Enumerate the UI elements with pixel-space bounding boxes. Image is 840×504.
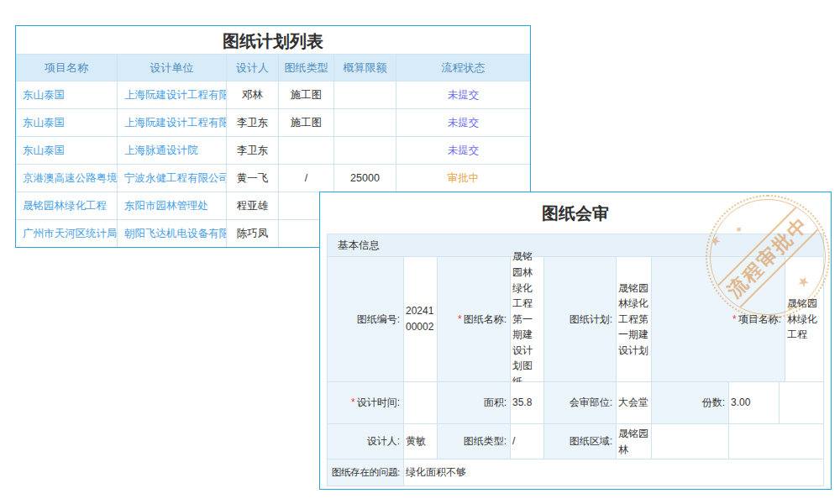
table-row: 京港澳高速公路粤境... 宁波永健工程有限公司 黄一飞 / 25000 审批中 bbox=[16, 164, 530, 192]
field-label-project-name: * 项目名称: bbox=[651, 257, 785, 381]
field-label-text: 会审部位: bbox=[570, 395, 612, 411]
project-name-link[interactable]: 东山泰国 bbox=[16, 81, 117, 108]
field-label-text: 设计人: bbox=[367, 433, 400, 449]
field-value-project-name: 晟铭园林绿化工程 bbox=[785, 257, 823, 381]
design-unit-link[interactable]: 东阳市园林管理处 bbox=[117, 192, 226, 219]
table-row: 东山泰国 上海脉通设计院 李卫东 未提交 bbox=[16, 136, 530, 164]
field-value-design-time bbox=[403, 382, 437, 423]
form-row: * 设计时间: 面积: 35.8 会审部位: 大会堂 份数: 3.00 bbox=[328, 382, 823, 424]
status-link[interactable]: 审批中 bbox=[396, 165, 530, 192]
field-value-drawing-number: 2024100002 bbox=[403, 257, 437, 381]
field-label-text: 项目名称: bbox=[738, 312, 781, 328]
basic-info-section-header: 基本信息 bbox=[327, 234, 824, 257]
project-name-link[interactable]: 广州市天河区统计局... bbox=[16, 220, 117, 247]
plan-table-header: 项目名称 设计单位 设计人 图纸类型 概算限额 流程状态 bbox=[16, 54, 530, 81]
field-value-drawing-problems: 绿化面积不够 bbox=[403, 459, 823, 486]
table-row: 东山泰国 上海阮建设计工程有限... 李卫东 施工图 未提交 bbox=[16, 108, 530, 136]
design-unit-link[interactable]: 上海阮建设计工程有限... bbox=[117, 109, 226, 136]
empty-cell bbox=[779, 382, 823, 423]
budget-cell: 25000 bbox=[333, 165, 396, 192]
field-label-drawing-plan: 图纸计划: bbox=[543, 257, 616, 381]
empty-cell bbox=[651, 424, 728, 459]
column-header-design-unit: 设计单位 bbox=[117, 55, 226, 81]
field-value-drawing-type: / bbox=[510, 424, 543, 459]
budget-cell bbox=[333, 137, 396, 164]
field-label-text: 图纸类型: bbox=[464, 433, 507, 449]
budget-cell bbox=[333, 109, 396, 136]
status-link[interactable]: 未提交 bbox=[396, 81, 530, 108]
field-label-copies: 份数: bbox=[651, 382, 728, 423]
project-name-link[interactable]: 京港澳高速公路粤境... bbox=[16, 165, 117, 192]
form-row: 设计人: 黄敏 图纸类型: / 图纸区域: 晟铭园林 bbox=[328, 424, 823, 459]
field-label-review-location: 会审部位: bbox=[543, 382, 616, 423]
column-header-budget-limit: 概算限额 bbox=[333, 55, 396, 81]
field-value-drawing-name: 晟铭园林绿化工程第一期建设计划图纸 bbox=[510, 257, 543, 381]
field-label-drawing-type: 图纸类型: bbox=[437, 424, 510, 459]
form-row: 图纸编号: 2024100002 * 图纸名称: 晟铭园林绿化工程第一期建设计划… bbox=[328, 257, 823, 382]
design-unit-link[interactable]: 朝阳飞达机电设备有限... bbox=[117, 220, 226, 247]
field-label-text: 图纸区域: bbox=[570, 433, 612, 449]
budget-cell bbox=[333, 81, 396, 108]
form-row: 图纸存在的问题: 绿化面积不够 bbox=[328, 459, 823, 486]
field-label-drawing-problems: 图纸存在的问题: bbox=[328, 459, 403, 486]
field-value-drawing-region: 晟铭园林 bbox=[616, 424, 651, 459]
required-asterisk: * bbox=[732, 312, 737, 328]
drawing-type-cell: 施工图 bbox=[278, 109, 333, 136]
project-name-link[interactable]: 东山泰国 bbox=[16, 137, 117, 164]
designer-cell: 李卫东 bbox=[226, 109, 278, 136]
review-form-table: 图纸编号: 2024100002 * 图纸名称: 晟铭园林绿化工程第一期建设计划… bbox=[327, 257, 824, 486]
status-link[interactable]: 未提交 bbox=[396, 137, 530, 164]
field-label-design-time: * 设计时间: bbox=[328, 382, 403, 423]
field-value-review-location: 大会堂 bbox=[616, 382, 651, 423]
field-label-text: 图纸存在的问题: bbox=[332, 465, 400, 480]
plan-list-title: 图纸计划列表 bbox=[16, 26, 530, 54]
drawing-type-cell bbox=[278, 137, 333, 164]
field-value-copies: 3.00 bbox=[728, 382, 779, 423]
field-label-drawing-name: * 图纸名称: bbox=[437, 257, 510, 381]
project-name-link[interactable]: 东山泰国 bbox=[16, 109, 117, 136]
designer-cell: 邓林 bbox=[226, 81, 278, 108]
field-value-designer: 黄敏 bbox=[403, 424, 437, 459]
field-label-designer: 设计人: bbox=[328, 424, 403, 459]
column-header-project-name: 项目名称 bbox=[16, 55, 117, 81]
field-label-text: 设计时间: bbox=[357, 395, 400, 411]
status-link[interactable]: 未提交 bbox=[396, 109, 530, 136]
drawing-type-cell: / bbox=[278, 165, 333, 192]
designer-cell: 黄一飞 bbox=[226, 165, 278, 192]
field-label-text: 图纸计划: bbox=[570, 312, 612, 328]
field-label-text: 图纸名称: bbox=[464, 312, 507, 328]
designer-cell: 陈巧凤 bbox=[226, 220, 278, 247]
design-unit-link[interactable]: 上海阮建设计工程有限... bbox=[117, 81, 226, 108]
field-label-drawing-region: 图纸区域: bbox=[543, 424, 616, 459]
column-header-drawing-type: 图纸类型 bbox=[278, 55, 333, 81]
field-value-area: 35.8 bbox=[510, 382, 543, 423]
required-asterisk: * bbox=[458, 312, 462, 328]
field-label-drawing-number: 图纸编号: bbox=[328, 257, 403, 381]
field-label-text: 份数: bbox=[702, 395, 725, 411]
column-header-designer: 设计人 bbox=[226, 55, 278, 81]
design-unit-link[interactable]: 上海脉通设计院 bbox=[117, 137, 226, 164]
designer-cell: 李卫东 bbox=[226, 137, 278, 164]
required-asterisk: * bbox=[351, 395, 355, 411]
empty-cell bbox=[728, 424, 823, 459]
review-form-title: 图纸会审 bbox=[320, 201, 831, 226]
designer-cell: 程亚雄 bbox=[226, 192, 278, 219]
table-row: 东山泰国 上海阮建设计工程有限... 邓林 施工图 未提交 bbox=[16, 81, 530, 108]
drawing-type-cell: 施工图 bbox=[278, 81, 333, 108]
project-name-link[interactable]: 晟铭园林绿化工程 bbox=[16, 192, 117, 219]
column-header-flow-status: 流程状态 bbox=[396, 55, 530, 81]
design-unit-link[interactable]: 宁波永健工程有限公司 bbox=[117, 165, 226, 192]
field-label-text: 图纸编号: bbox=[357, 312, 400, 328]
field-value-drawing-plan: 晟铭园林绿化工程第一期建设计划 bbox=[616, 257, 651, 381]
review-form-panel: 图纸会审 基本信息 图纸编号: 2024100002 * 图纸名称: 晟铭园林绿… bbox=[319, 192, 832, 490]
field-label-area: 面积: bbox=[437, 382, 510, 423]
field-label-text: 面积: bbox=[484, 395, 507, 411]
